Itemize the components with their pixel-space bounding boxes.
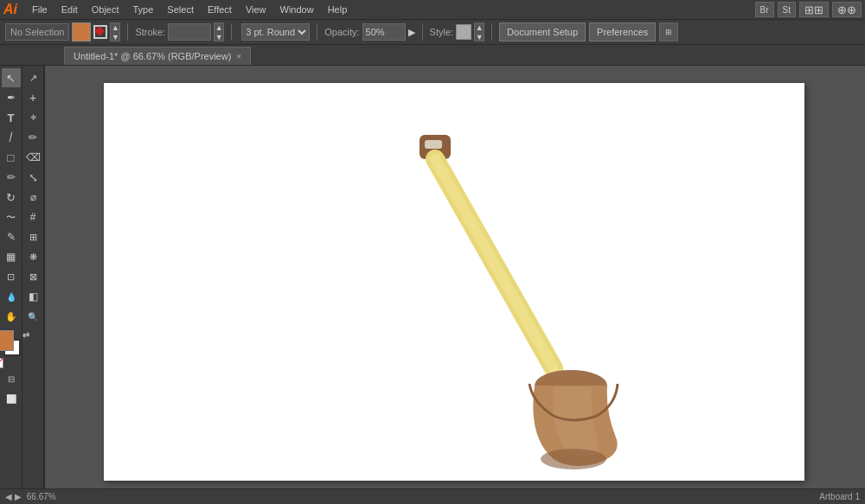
separator-1 — [127, 23, 128, 41]
bridge-icons: Br St ⊞ ⊕ — [755, 2, 862, 17]
pen-tool[interactable] — [2, 88, 21, 107]
svg-point-5 — [541, 449, 606, 469]
free-transform-tool[interactable] — [2, 227, 21, 246]
add-anchor-tool[interactable] — [23, 88, 42, 107]
paintbrush-tool[interactable] — [2, 168, 21, 187]
stroke-label: Stroke: — [135, 27, 165, 37]
perspective-tool[interactable]: ⊠ — [23, 267, 42, 286]
zoom-tool[interactable] — [23, 307, 42, 326]
zoom-level: 66.67% — [27, 492, 56, 501]
hand-tool[interactable] — [2, 307, 21, 326]
menu-view[interactable]: View — [240, 3, 272, 16]
stroke-section: Stroke: ▲▼ — [135, 22, 224, 41]
menu-help[interactable]: Help — [322, 3, 354, 16]
tab-close-button[interactable]: × — [236, 52, 241, 61]
tab-bar: Untitled-1* @ 66.67% (RGB/Preview) × — [0, 45, 865, 66]
stroke-arrow-btn[interactable]: ▲▼ — [214, 22, 224, 41]
type-tool[interactable] — [2, 108, 21, 127]
tools-col-1: ⇄ ⊟ ⬜ — [0, 66, 22, 488]
menu-object[interactable]: Object — [86, 3, 125, 16]
mesh-tool[interactable] — [23, 207, 42, 226]
status-text: ◀ ▶ — [5, 492, 22, 501]
separator-3 — [317, 23, 317, 41]
menu-select[interactable]: Select — [161, 3, 200, 16]
artboard-label: Artboard 1 — [819, 492, 860, 501]
scale-tool[interactable] — [23, 168, 42, 187]
swirl-button[interactable]: ⊕ — [832, 2, 862, 17]
pencil-tool[interactable]: ✏ — [23, 128, 42, 147]
slice-tool[interactable] — [2, 267, 21, 286]
separator-4 — [422, 23, 423, 41]
warp-tool[interactable] — [2, 207, 21, 226]
blend-tool[interactable] — [23, 188, 42, 207]
app-logo: Ai — [3, 2, 17, 17]
no-selection-label: No Selection — [5, 23, 69, 41]
style-section: Style: ▲▼ — [430, 22, 485, 41]
chart-tool[interactable] — [2, 247, 21, 266]
opacity-section: Opacity: 50% ▶ — [324, 23, 414, 41]
fill-color-swatch[interactable] — [72, 22, 91, 41]
menu-edit[interactable]: Edit — [55, 3, 84, 16]
tab-title: Untitled-1* @ 66.67% (RGB/Preview) — [74, 51, 231, 61]
style-arrow-btn[interactable]: ▲▼ — [474, 22, 484, 41]
artboard-tool[interactable] — [23, 227, 42, 246]
bottom-bar: ◀ ▶ 66.67% Artboard 1 — [0, 488, 865, 504]
fill-arrow-btn[interactable]: ▲▼ — [110, 22, 120, 41]
tools-col-2: ✏ ⌫ ⊠ — [22, 66, 44, 488]
top-toolbar: No Selection ▲▼ Stroke: ▲▼ 3 pt. Round O… — [0, 19, 865, 45]
line-tool[interactable] — [2, 128, 21, 147]
separator-5 — [491, 23, 492, 41]
separator-2 — [231, 23, 232, 41]
pt-section: 3 pt. Round — [239, 23, 310, 41]
plunger-illustration — [260, 118, 692, 488]
symbol-tool[interactable] — [23, 247, 42, 266]
gradient-tool[interactable] — [23, 287, 42, 306]
fill-swatch[interactable] — [0, 330, 14, 351]
stroke-display — [168, 23, 211, 41]
svg-line-3 — [435, 159, 554, 368]
arrange-btn[interactable]: ⊞ — [659, 22, 678, 41]
menu-file[interactable]: File — [26, 3, 54, 16]
menu-effect[interactable]: Effect — [202, 3, 238, 16]
menu-bar: Ai File Edit Object Type Select Effect V… — [0, 0, 865, 19]
document-setup-button[interactable]: Document Setup — [499, 22, 586, 41]
opacity-display: 50% — [362, 23, 406, 41]
menu-type[interactable]: Type — [127, 3, 160, 16]
eraser-tool[interactable]: ⌫ — [23, 148, 42, 167]
swap-colors-icon[interactable]: ⇄ — [22, 330, 29, 340]
change-screen-mode[interactable]: ⬜ — [2, 389, 21, 408]
preferences-button[interactable]: Preferences — [589, 22, 656, 41]
grid-button[interactable]: ⊞ — [799, 2, 829, 17]
rotate-tool[interactable] — [2, 188, 21, 207]
screen-mode-tool[interactable]: ⊟ — [2, 369, 21, 388]
style-label: Style: — [430, 27, 454, 37]
left-toolbar: ⇄ ⊟ ⬜ ✏ ⌫ ⊠ — [0, 66, 45, 488]
selection-tool[interactable] — [2, 68, 21, 87]
lasso-tool[interactable] — [23, 108, 42, 127]
canvas-area — [45, 66, 865, 488]
main-area: ⇄ ⊟ ⬜ ✏ ⌫ ⊠ — [0, 66, 865, 488]
rectangle-tool[interactable] — [2, 148, 21, 167]
artboard — [104, 83, 804, 481]
stock-button[interactable]: St — [778, 2, 796, 17]
svg-rect-1 — [425, 140, 442, 149]
eyedropper-tool[interactable] — [2, 287, 21, 306]
bridge-button[interactable]: Br — [755, 2, 774, 17]
opacity-label: Opacity: — [324, 27, 359, 37]
direct-selection-tool[interactable] — [23, 68, 42, 87]
style-swatch[interactable] — [456, 24, 471, 40]
menu-window[interactable]: Window — [274, 3, 320, 16]
selection-section: No Selection ▲▼ — [5, 22, 120, 41]
pt-select[interactable]: 3 pt. Round — [241, 23, 310, 41]
document-tab[interactable]: Untitled-1* @ 66.67% (RGB/Preview) × — [64, 47, 251, 65]
none-icon[interactable] — [0, 358, 3, 368]
